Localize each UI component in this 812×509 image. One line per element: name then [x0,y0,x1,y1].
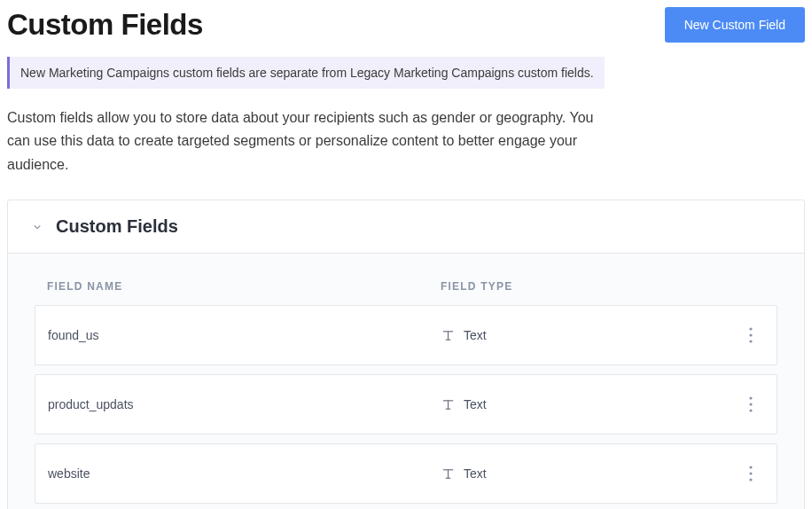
svg-point-10 [749,403,752,406]
table-header-row: Field Name Field Type [35,280,777,305]
table-row: found_us Text [35,305,777,365]
panel-body: Field Name Field Type found_us Text [8,254,804,509]
page-title: Custom Fields [7,8,203,42]
more-vertical-icon [749,396,753,412]
svg-point-16 [749,473,752,475]
svg-point-4 [749,334,752,337]
more-vertical-icon [749,466,753,482]
text-type-icon [441,467,455,481]
svg-point-3 [749,328,752,331]
column-header-type: Field Type [441,280,765,293]
panel-header[interactable]: Custom Fields [8,200,804,254]
svg-point-15 [749,466,752,469]
new-custom-field-button[interactable]: New Custom Field [665,7,805,43]
chevron-down-icon [33,223,42,231]
page-description: Custom fields allow you to store data ab… [7,106,610,176]
table-row: website Text [35,443,777,504]
field-type-label: Text [464,466,487,481]
field-name-cell: website [48,466,441,481]
text-type-icon [441,398,455,411]
text-type-icon [441,329,455,342]
field-type-label: Text [464,328,487,342]
row-actions-button[interactable] [738,466,764,482]
table-row: product_updats Text [35,374,777,435]
svg-point-5 [749,341,752,343]
field-type-label: Text [464,397,487,411]
field-name-cell: product_updats [48,397,441,411]
row-actions-button[interactable] [738,327,764,343]
row-actions-button[interactable] [738,396,764,412]
field-name-cell: found_us [48,328,441,342]
svg-point-17 [749,479,752,482]
field-type-cell: Text [441,397,738,411]
column-header-name: Field Name [47,280,441,293]
panel-title: Custom Fields [56,216,178,237]
info-banner: New Marketing Campaigns custom fields ar… [7,57,605,89]
more-vertical-icon [749,327,753,343]
svg-point-11 [749,410,752,412]
svg-point-9 [749,397,752,400]
field-type-cell: Text [441,328,738,342]
custom-fields-panel: Custom Fields Field Name Field Type foun… [7,200,805,509]
field-type-cell: Text [441,466,738,481]
